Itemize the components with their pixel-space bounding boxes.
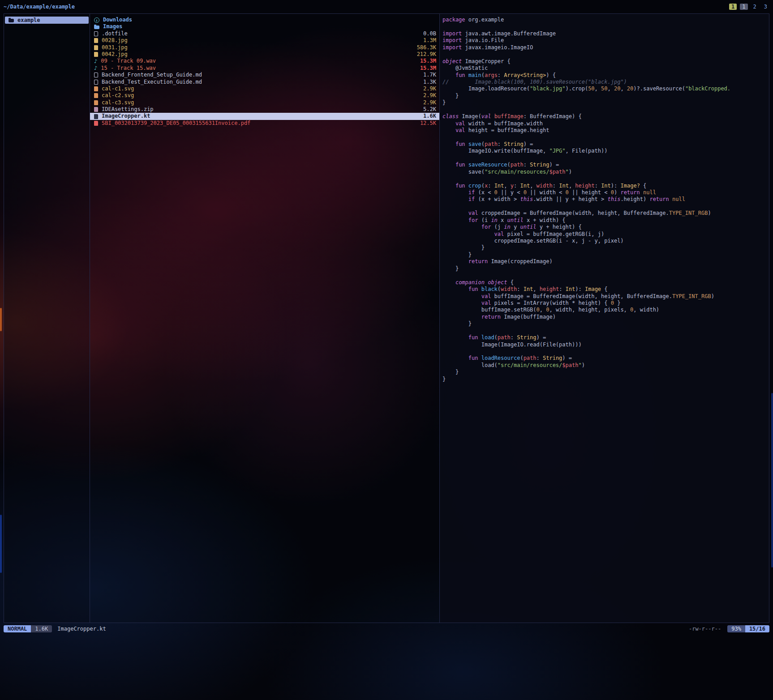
code-segment: saveResource (468, 162, 507, 168)
file-size: 586.3K (417, 44, 436, 51)
file-name: 15 - Track 15.wav (101, 65, 417, 72)
code-segment: fun (455, 183, 468, 189)
file-row[interactable]: Images (90, 23, 439, 30)
file-row[interactable]: ♪09 - Track 09.wav15.3M (90, 58, 439, 64)
code-segment: 0 (494, 189, 498, 196)
file-row[interactable]: Backend_Frontend_Setup_Guide.md1.7K (90, 72, 439, 78)
code-segment: } (442, 244, 485, 251)
code-segment: Image( (462, 113, 481, 120)
file-row[interactable]: Backend_Test_Execution_Guide.md1.3K (90, 79, 439, 85)
scroll-percent: 93% (727, 625, 745, 632)
code-line: if (x + width > this.width || y + height… (442, 196, 769, 203)
parent-panel[interactable]: example (4, 14, 90, 623)
code-segment: ( (520, 355, 523, 361)
code-segment: loadResource (481, 355, 520, 361)
pdf-icon (94, 121, 98, 126)
file-name: 0028.jpg (102, 37, 420, 44)
code-segment: pixels = IntArray(width * height) { (494, 300, 611, 306)
file-name: SBI_0032013739_2023_DE05_0003155631Invoi… (102, 120, 417, 127)
code-segment: )?.saveResource( (633, 85, 685, 92)
file-row[interactable]: cal-c1.svg2.9K (90, 85, 439, 92)
code-segment: in (504, 224, 514, 230)
tab-1[interactable]: 1 (729, 4, 737, 10)
code-segment: if (468, 196, 478, 202)
code-segment: if (468, 189, 478, 196)
code-segment: , (504, 183, 510, 189)
code-segment: Int (520, 183, 530, 189)
code-segment (442, 196, 468, 202)
tab-2[interactable]: 1 (740, 4, 747, 10)
code-segment (442, 189, 468, 196)
file-row[interactable]: 0042.jpg212.9K (90, 51, 439, 58)
code-segment: y (514, 224, 520, 230)
code-segment (442, 258, 468, 265)
code-line: Image.loadResource("black.jpg").crop(50,… (442, 85, 769, 92)
code-segment: 20 (627, 85, 633, 92)
image-icon (94, 86, 98, 91)
code-segment: } (442, 99, 446, 106)
preview-panel[interactable]: package org.example import java.awt.imag… (439, 14, 769, 623)
code-line: ImageIO.write(buffImage, "JPG", File(pat… (442, 148, 769, 154)
code-segment: pixel = buffImage.getRGB(i, j) (507, 231, 605, 237)
code-segment (442, 210, 468, 216)
code-segment: ( (481, 183, 485, 189)
code-segment: , (569, 183, 575, 189)
file-size: 1.7K (423, 72, 436, 78)
code-segment: Image (585, 286, 601, 292)
code-line: fun save(path: String) = (442, 141, 769, 148)
markdown-icon (94, 80, 98, 85)
file-size: 2.9K (423, 92, 436, 99)
code-segment (442, 314, 481, 320)
file-row[interactable]: 0031.jpg586.3K (90, 44, 439, 51)
code-segment: .width || y + height > (533, 196, 607, 202)
file-name: 0031.jpg (102, 44, 413, 51)
file-size: 1.6K (423, 113, 436, 120)
status-left: NORMAL 1.6K ImageCropper.kt (4, 625, 106, 632)
code-segment: , width, height, pixels, (549, 307, 630, 313)
code-segment: : (514, 183, 520, 189)
image-icon (94, 52, 98, 57)
code-segment: y + height) { (540, 224, 582, 230)
code-segment: val (481, 300, 494, 306)
code-segment: , (608, 85, 614, 92)
code-segment: ) { (546, 72, 556, 78)
file-name: 0042.jpg (102, 51, 413, 58)
code-segment: } (442, 93, 459, 99)
file-row[interactable]: ↓Downloads (90, 17, 439, 23)
code-segment: "JPG" (549, 148, 565, 154)
image-icon (94, 93, 98, 98)
code-line: for (j in y until y + height) { (442, 224, 769, 230)
file-row[interactable]: ImageCropper.kt1.6K (90, 113, 439, 120)
file-row[interactable]: cal-c3.svg2.9K (90, 99, 439, 106)
file-name: .dotfile (102, 30, 420, 37)
code-segment: fun (468, 286, 481, 292)
code-segment: Int (566, 286, 575, 292)
code-segment: fun (455, 162, 468, 168)
file-row[interactable]: 0028.jpg1.3M (90, 37, 439, 44)
file-row[interactable]: .dotfile0.0B (90, 30, 439, 37)
parent-item[interactable]: example (5, 17, 89, 24)
code-segment (442, 328, 446, 334)
file-row[interactable]: cal-c2.svg2.9K (90, 92, 439, 99)
code-line: } (442, 265, 769, 272)
code-line: // Image.black(100, 100).saveResource("b… (442, 79, 769, 85)
file-row[interactable]: ♪15 - Track 15.wav15.3M (90, 65, 439, 72)
code-segment: 0 (524, 189, 527, 196)
file-row[interactable]: IDEAsettings.zip5.2K (90, 106, 439, 113)
code-line: object ImageCropper { (442, 58, 769, 65)
code-segment: "src/main/resources/ (498, 362, 563, 368)
code-segment: : (595, 183, 601, 189)
code-segment: , (620, 85, 627, 92)
tab-strip: 1123 (729, 4, 769, 10)
file-panel[interactable]: ↓DownloadsImages.dotfile0.0B0028.jpg1.3M… (90, 14, 439, 623)
tab-4[interactable]: 3 (762, 4, 769, 10)
code-segment: org.example (468, 17, 504, 23)
image-icon (94, 100, 98, 105)
code-line (442, 328, 769, 334)
code-line: if (x < 0 || y < 0 || width < 0 || heigh… (442, 189, 769, 196)
code-segment: (j (494, 224, 504, 230)
file-size: 0.0B (423, 30, 436, 37)
code-segment (442, 355, 468, 361)
tab-3[interactable]: 2 (751, 4, 759, 10)
file-row[interactable]: SBI_0032013739_2023_DE05_0003155631Invoi… (90, 120, 439, 127)
